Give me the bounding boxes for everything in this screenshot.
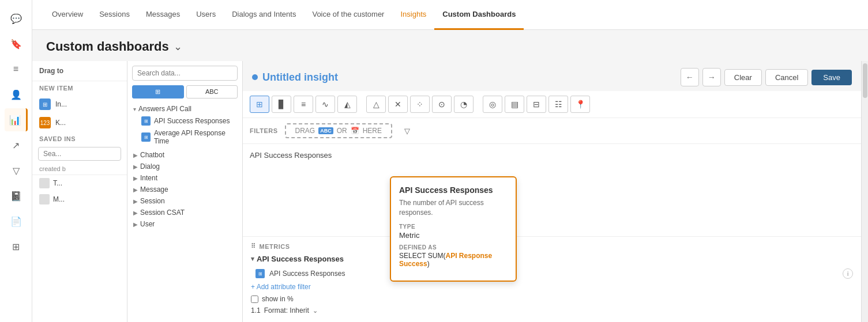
save-button[interactable]: Save <box>811 70 852 85</box>
tree-parent-chatbot[interactable]: ▶ Chatbot <box>132 149 238 161</box>
tooltip-type-label: TYPE <box>399 223 508 230</box>
scrollbar-thumb <box>863 63 867 98</box>
add-attribute-filter-button[interactable]: + Add attribute filter <box>251 281 853 293</box>
metric-row-1: ⊞ API Success Responses i <box>251 267 853 281</box>
sidebar-chat-icon[interactable]: 💬 <box>5 7 28 30</box>
tree-parent-session-label: Session <box>140 197 165 205</box>
expand-arrow-message-icon: ▶ <box>133 187 138 193</box>
expand-arrow-sessioncsat-icon: ▶ <box>133 210 138 216</box>
chart-btn-pie[interactable]: ◔ <box>454 96 474 113</box>
sidebar-trend-icon[interactable]: ↗ <box>5 134 28 157</box>
nav-messages[interactable]: Messages <box>138 0 188 30</box>
metrics-section-title[interactable]: ▾ API Success Responses <box>251 255 853 263</box>
filter-funnel-button[interactable]: ▽ <box>399 123 415 139</box>
tab-abc[interactable]: ABC <box>186 85 238 99</box>
tooltip-defined-section: DEFINED AS SELECT SUM(API Response Succe… <box>399 244 508 268</box>
saved-search-input[interactable] <box>38 147 121 161</box>
drag-item-2[interactable]: 123 K... <box>32 113 127 132</box>
tooltip-code-prefix: SELECT SUM( <box>399 252 445 260</box>
chevron-down-icon[interactable]: ⌄ <box>174 40 182 53</box>
tooltip-type-value: Metric <box>399 231 508 240</box>
tooltip-code-suffix: ) <box>427 260 430 268</box>
chart-btn-heat[interactable]: ▤ <box>505 96 524 113</box>
chart-btn-line[interactable]: ∿ <box>315 96 335 113</box>
saved-item-2[interactable]: M... <box>32 191 127 207</box>
expand-arrow-session-icon: ▶ <box>133 198 138 204</box>
nav-dialogs[interactable]: Dialogs and Intents <box>224 0 304 30</box>
expand-arrow-chatbot-icon: ▶ <box>133 152 138 158</box>
sidebar-people-icon[interactable]: 👤 <box>5 83 28 106</box>
sidebar-bookmark-icon[interactable]: 🔖 <box>5 32 28 55</box>
search-data-input[interactable] <box>132 66 238 81</box>
tab-grid[interactable]: ⊞ <box>132 85 184 99</box>
nav-voice[interactable]: Voice of the customer <box>304 0 392 30</box>
clear-button[interactable]: Clear <box>724 69 762 86</box>
undo-button[interactable]: ← <box>681 68 699 86</box>
chart-btn-bar[interactable]: ▊ <box>272 96 291 113</box>
nav-sessions[interactable]: Sessions <box>91 0 138 30</box>
format-row[interactable]: 1.1 Format: Inherit ⌄ <box>251 305 853 316</box>
chart-toolbar: ⊞ ▊ ≡ ∿ ◭ △ ✕ ⁘ ⊙ ◔ ◎ ▤ ⊟ <box>243 91 861 118</box>
chart-btn-scatter[interactable]: ⁘ <box>410 96 430 113</box>
nav-insights[interactable]: Insights <box>392 0 434 30</box>
chart-btn-x[interactable]: ✕ <box>388 96 408 113</box>
tree-parent-dialog[interactable]: ▶ Dialog <box>132 161 238 172</box>
chart-btn-pivot[interactable]: ⊟ <box>527 96 546 113</box>
tree-section-answers-api: ▾ Answers API Call ⊞ API Success Respons… <box>132 103 238 147</box>
drag-hint: Drag to <box>32 61 127 81</box>
tree-parent-user[interactable]: ▶ User <box>132 218 238 230</box>
tree-parent-session-csat[interactable]: ▶ Session CSAT <box>132 207 238 218</box>
redo-button[interactable]: → <box>702 68 721 86</box>
sidebar-grid-icon[interactable]: ⊞ <box>5 235 28 258</box>
sidebar-report-icon[interactable]: 📄 <box>5 210 28 233</box>
chart-btn-radial[interactable]: ◎ <box>483 96 502 113</box>
chart-btn-table[interactable]: ⊞ <box>250 96 269 113</box>
metric-info-button[interactable]: i <box>843 268 853 279</box>
add-filter-label: + Add attribute filter <box>251 283 311 291</box>
new-items-label: NEW ITEM <box>32 81 127 95</box>
tree-child-api-success[interactable]: ⊞ API Success Responses <box>132 115 238 127</box>
tree-child-api-response-time[interactable]: ⊞ Average API Response Time <box>132 127 238 147</box>
tree-parent-intent-label: Intent <box>140 174 157 182</box>
nav-users[interactable]: Users <box>188 0 224 30</box>
tree-parent-label: Answers API Call <box>138 105 191 113</box>
tree-parent-session[interactable]: ▶ Session <box>132 195 238 207</box>
abc-badge: ABC <box>318 127 333 134</box>
chart-btn-mountain[interactable]: △ <box>366 96 386 113</box>
chart-btn-area[interactable]: ◭ <box>337 96 357 113</box>
drag-text: DRAG <box>295 127 315 135</box>
sidebar-filter-icon[interactable]: ▽ <box>5 159 28 182</box>
filter-label: FILTERS <box>250 127 278 134</box>
sidebar-book-icon[interactable]: 📓 <box>5 184 28 207</box>
tree-parent-answers-api[interactable]: ▾ Answers API Call <box>132 103 238 115</box>
chart-btn-column[interactable]: ☷ <box>548 96 568 113</box>
insight-title[interactable]: Untitled insight <box>262 71 338 84</box>
nav-overview[interactable]: Overview <box>44 0 91 30</box>
expand-arrow-user-icon: ▶ <box>133 221 138 228</box>
show-percent-checkbox[interactable] <box>251 296 258 303</box>
metrics-label: METRICS <box>260 243 290 250</box>
filter-drop-zone[interactable]: DRAG ABC OR 📅 HERE <box>285 123 393 138</box>
chart-btn-bubble[interactable]: ⊙ <box>432 96 452 113</box>
tooltip-description: The number of API success responses. <box>399 198 508 218</box>
tooltip-defined-code: SELECT SUM(API Response Success) <box>399 252 508 268</box>
sidebar-list-icon[interactable]: ≡ <box>5 58 28 81</box>
right-scrollbar[interactable] <box>861 61 868 322</box>
format-arrow-icon: ⌄ <box>313 307 318 315</box>
chart-btn-pin[interactable]: 📍 <box>570 96 590 113</box>
format-value-label: Format: Inherit <box>264 306 309 315</box>
metric-row-1-label: API Success Responses <box>269 270 345 278</box>
insight-title-area: Untitled insight <box>252 71 338 84</box>
saved-item-1[interactable]: T... <box>32 175 127 191</box>
chart-btn-line-table[interactable]: ≡ <box>294 96 313 113</box>
drag-item-1[interactable]: ⊞ In... <box>32 95 127 113</box>
tree-parent-intent[interactable]: ▶ Intent <box>132 172 238 184</box>
expand-arrow-intent-icon: ▶ <box>133 175 138 181</box>
tooltip-title: API Success Responses <box>399 185 508 195</box>
nav-custom-dashboards[interactable]: Custom Dashboards <box>434 0 524 30</box>
cancel-button[interactable]: Cancel <box>765 69 808 86</box>
filter-bar: FILTERS DRAG ABC OR 📅 HERE ▽ <box>243 118 861 144</box>
sidebar-barchart-icon[interactable]: 📊 <box>5 108 28 131</box>
tree-parent-message[interactable]: ▶ Message <box>132 184 238 195</box>
format-label: 1.1 <box>251 306 261 315</box>
